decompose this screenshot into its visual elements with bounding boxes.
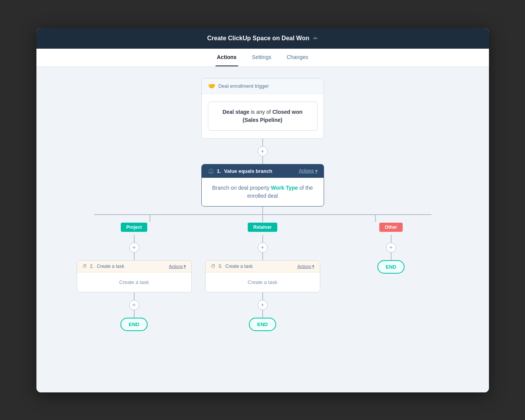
end-node-right: END (377, 260, 405, 274)
trigger-condition: Deal stage is any of Closed won (Sales P… (208, 102, 318, 131)
trigger-icon: 🤝 (208, 82, 216, 90)
action-icon-3: ⏱ (211, 264, 216, 269)
action-actions-btn-3[interactable]: Actions ▾ (297, 264, 314, 269)
branch-body-text: Branch on deal property (212, 185, 271, 191)
line-1 (262, 139, 263, 146)
branch-col-center: Retainer + ⏱ 3. Create a task (203, 215, 322, 331)
condition-text: is any of (249, 109, 272, 115)
add-btn-right[interactable]: + (386, 243, 396, 253)
tab-bar: Actions Settings Changes (36, 49, 489, 67)
line-center-4 (262, 310, 263, 318)
branch-header: ⚖️ 1. Value equals branch Actions ▾ (202, 164, 324, 178)
right-down-line (375, 214, 376, 222)
trigger-body: Deal stage is any of Closed won (Sales P… (202, 94, 324, 138)
tab-changes[interactable]: Changes (285, 49, 309, 66)
connector-center: + (258, 235, 268, 260)
connector-left-2: + (129, 292, 139, 318)
branch-col-right: Other + END (332, 215, 451, 274)
branch-col-left: Project + ⏱ 2. Create a task (75, 215, 194, 331)
action-node-3: ⏱ 3. Create a task Actions ▾ Create a ta… (205, 260, 320, 292)
three-branch-cols: Project + ⏱ 2. Create a task (75, 215, 451, 331)
line-center-1 (262, 235, 263, 243)
line-left-2 (134, 253, 135, 260)
connector-1: + (258, 139, 268, 164)
branch-node: ⚖️ 1. Value equals branch Actions ▾ Bran… (201, 164, 324, 207)
action-number-2: 2. (90, 264, 94, 269)
line-left-1 (134, 235, 135, 243)
branch-label: Value equals branch (224, 168, 272, 174)
tab-settings[interactable]: Settings (250, 49, 273, 66)
action-label-3: Create a task (225, 264, 253, 269)
connector-right: + (386, 235, 396, 260)
edit-title-icon[interactable]: ✏ (313, 35, 318, 41)
workflow-canvas: 🤝 Deal enrollment trigger Deal stage is … (36, 67, 489, 392)
line-center-3 (262, 292, 263, 300)
action-header-left-3: ⏱ 3. Create a task (211, 264, 253, 269)
branch-body: Branch on deal property Work Type of the… (202, 178, 324, 206)
action-icon-2: ⏱ (82, 264, 87, 269)
action-header-left-2: ⏱ 2. Create a task (82, 264, 124, 269)
trigger-label: Deal enrollment trigger (219, 83, 269, 89)
branch-icon: ⚖️ (208, 168, 214, 174)
condition-property: Deal stage (222, 109, 249, 115)
action-label-2: Create a task (97, 264, 124, 269)
action-number-3: 3. (219, 264, 222, 269)
line-2 (262, 156, 263, 164)
branch-down-stem (262, 207, 263, 214)
add-btn-center-2[interactable]: + (258, 300, 268, 310)
add-step-btn-1[interactable]: + (258, 146, 268, 156)
tab-actions[interactable]: Actions (216, 49, 238, 66)
connector-center-2: + (258, 292, 268, 318)
action-header-3: ⏱ 3. Create a task Actions ▾ (206, 261, 320, 272)
add-btn-left[interactable]: + (129, 243, 139, 253)
line-center-2 (262, 253, 263, 260)
add-btn-center[interactable]: + (258, 243, 268, 253)
end-node-left: END (120, 318, 148, 331)
line-left-4 (134, 310, 135, 318)
tag-other: Other (379, 223, 402, 232)
action-body-3: Create a task (206, 272, 320, 292)
action-actions-btn-2[interactable]: Actions ▾ (169, 264, 186, 269)
workflow-title: Create ClickUp Space on Deal Won (207, 35, 309, 42)
center-down-line (262, 214, 263, 222)
workflow-window: Create ClickUp Space on Deal Won ✏ Actio… (36, 28, 489, 392)
left-down-line (150, 214, 150, 222)
titlebar: Create ClickUp Space on Deal Won ✏ (36, 28, 489, 49)
action-header-2: ⏱ 2. Create a task Actions ▾ (77, 261, 191, 272)
tag-retainer: Retainer (248, 223, 277, 232)
tag-project: Project (121, 223, 147, 232)
trigger-header: 🤝 Deal enrollment trigger (202, 79, 324, 94)
branch-actions-btn[interactable]: Actions ▾ (299, 168, 317, 174)
branch-highlight: Work Type (271, 185, 298, 191)
end-node-center: END (249, 318, 276, 331)
action-body-2: Create a task (77, 272, 191, 292)
action-node-2: ⏱ 2. Create a task Actions ▾ Create a ta… (77, 260, 192, 292)
line-right-2 (391, 253, 392, 260)
line-right-1 (391, 235, 392, 243)
branch-h-line (94, 214, 431, 215)
branch-number: 1. (217, 168, 221, 174)
line-left-3 (134, 292, 135, 300)
branch-header-left: ⚖️ 1. Value equals branch (208, 168, 273, 174)
connector-left: + (129, 235, 139, 260)
add-btn-left-2[interactable]: + (129, 300, 139, 310)
trigger-node: 🤝 Deal enrollment trigger Deal stage is … (201, 78, 324, 139)
